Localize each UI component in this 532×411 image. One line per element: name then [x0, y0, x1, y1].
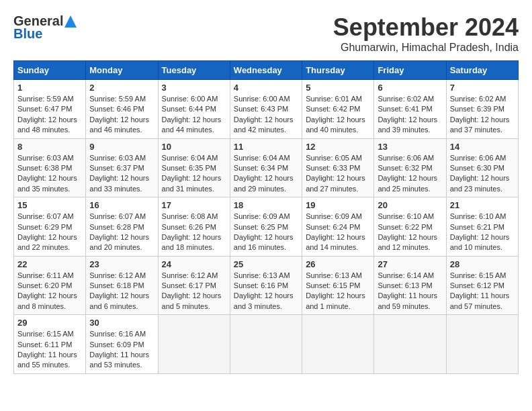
- daylight: Daylight: 12 hours and 46 minutes.: [89, 116, 149, 134]
- calendar-cell: [302, 315, 374, 374]
- sunrise: Sunrise: 6:08 AM: [162, 212, 218, 220]
- calendar-cell: 2Sunrise: 5:59 AMSunset: 6:46 PMDaylight…: [86, 80, 158, 139]
- day-number: 29: [17, 318, 82, 328]
- calendar-cell: 18Sunrise: 6:09 AMSunset: 6:25 PMDayligh…: [230, 197, 302, 257]
- sunset: Sunset: 6:12 PM: [450, 281, 504, 289]
- calendar-cell: 24Sunrise: 6:12 AMSunset: 6:17 PMDayligh…: [158, 256, 230, 315]
- calendar-cell: 28Sunrise: 6:15 AMSunset: 6:12 PMDayligh…: [446, 256, 518, 315]
- sunset: Sunset: 6:35 PM: [162, 164, 216, 172]
- calendar-cell: 29Sunrise: 6:15 AMSunset: 6:11 PMDayligh…: [14, 315, 86, 374]
- sunset: Sunset: 6:33 PM: [306, 164, 360, 172]
- sunrise: Sunrise: 6:15 AM: [17, 330, 74, 338]
- calendar-cell: 19Sunrise: 6:09 AMSunset: 6:24 PMDayligh…: [302, 197, 374, 257]
- calendar-cell: 20Sunrise: 6:10 AMSunset: 6:22 PMDayligh…: [374, 197, 446, 257]
- header-wednesday: Wednesday: [230, 61, 302, 80]
- sunset: Sunset: 6:47 PM: [17, 105, 72, 113]
- sunrise: Sunrise: 6:13 AM: [234, 271, 290, 279]
- day-number: 15: [17, 200, 82, 210]
- daylight: Daylight: 12 hours and 5 minutes.: [162, 291, 222, 310]
- calendar-cell: 9Sunrise: 6:03 AMSunset: 6:37 PMDaylight…: [86, 138, 158, 197]
- sunset: Sunset: 6:18 PM: [89, 281, 144, 289]
- sunset: Sunset: 6:16 PM: [234, 281, 288, 289]
- daylight: Daylight: 11 hours and 53 minutes.: [89, 351, 149, 369]
- sunset: Sunset: 6:41 PM: [378, 105, 432, 113]
- day-number: 16: [89, 200, 154, 210]
- daylight: Daylight: 12 hours and 8 minutes.: [17, 291, 77, 310]
- sunrise: Sunrise: 6:04 AM: [162, 154, 218, 162]
- calendar-cell: 17Sunrise: 6:08 AMSunset: 6:26 PMDayligh…: [158, 197, 230, 257]
- calendar-cell: 10Sunrise: 6:04 AMSunset: 6:35 PMDayligh…: [158, 138, 230, 197]
- daylight: Daylight: 12 hours and 29 minutes.: [234, 174, 294, 192]
- logo: General Blue: [13, 13, 78, 42]
- calendar-cell: 16Sunrise: 6:07 AMSunset: 6:28 PMDayligh…: [86, 197, 158, 257]
- sunset: Sunset: 6:30 PM: [450, 164, 504, 172]
- daylight: Daylight: 12 hours and 40 minutes.: [306, 116, 365, 134]
- sunset: Sunset: 6:42 PM: [306, 105, 360, 113]
- calendar-cell: 5Sunrise: 6:01 AMSunset: 6:42 PMDaylight…: [302, 80, 374, 139]
- daylight: Daylight: 12 hours and 20 minutes.: [89, 233, 149, 251]
- sunrise: Sunrise: 6:07 AM: [89, 212, 146, 220]
- sunset: Sunset: 6:21 PM: [450, 223, 504, 231]
- table-row: 22Sunrise: 6:11 AMSunset: 6:20 PMDayligh…: [14, 256, 519, 315]
- calendar-cell: 27Sunrise: 6:14 AMSunset: 6:13 PMDayligh…: [374, 256, 446, 315]
- day-number: 9: [89, 142, 154, 152]
- sunset: Sunset: 6:32 PM: [378, 164, 432, 172]
- day-number: 10: [162, 142, 226, 152]
- calendar-cell: [230, 315, 302, 374]
- daylight: Daylight: 12 hours and 42 minutes.: [234, 116, 294, 134]
- calendar-cell: [374, 315, 446, 374]
- daylight: Daylight: 12 hours and 27 minutes.: [306, 174, 365, 192]
- svg-marker-0: [64, 15, 77, 28]
- sunrise: Sunrise: 6:03 AM: [89, 154, 146, 162]
- day-number: 1: [17, 83, 82, 93]
- header-tuesday: Tuesday: [158, 61, 230, 80]
- day-number: 19: [306, 200, 370, 210]
- sunset: Sunset: 6:11 PM: [17, 340, 72, 349]
- day-number: 21: [450, 200, 515, 210]
- sunset: Sunset: 6:38 PM: [17, 164, 72, 172]
- calendar-cell: 13Sunrise: 6:06 AMSunset: 6:32 PMDayligh…: [374, 138, 446, 197]
- sunrise: Sunrise: 6:10 AM: [450, 212, 506, 220]
- daylight: Daylight: 12 hours and 23 minutes.: [450, 174, 510, 192]
- daylight: Daylight: 12 hours and 37 minutes.: [450, 116, 510, 134]
- sunset: Sunset: 6:29 PM: [17, 223, 72, 231]
- day-number: 3: [162, 83, 226, 93]
- sunset: Sunset: 6:44 PM: [162, 105, 216, 113]
- sunrise: Sunrise: 6:06 AM: [378, 154, 434, 162]
- sunrise: Sunrise: 5:59 AM: [89, 95, 146, 103]
- day-number: 24: [162, 259, 226, 269]
- calendar-cell: 4Sunrise: 6:00 AMSunset: 6:43 PMDaylight…: [230, 80, 302, 139]
- daylight: Daylight: 12 hours and 1 minute.: [306, 291, 365, 310]
- calendar-cell: 23Sunrise: 6:12 AMSunset: 6:18 PMDayligh…: [86, 256, 158, 315]
- sunset: Sunset: 6:15 PM: [306, 281, 360, 289]
- sunset: Sunset: 6:34 PM: [234, 164, 288, 172]
- sunrise: Sunrise: 6:00 AM: [162, 95, 218, 103]
- day-number: 7: [450, 83, 515, 93]
- calendar-cell: 21Sunrise: 6:10 AMSunset: 6:21 PMDayligh…: [446, 197, 518, 257]
- sunrise: Sunrise: 6:10 AM: [378, 212, 434, 220]
- header-row: Sunday Monday Tuesday Wednesday Thursday…: [14, 61, 519, 80]
- table-row: 29Sunrise: 6:15 AMSunset: 6:11 PMDayligh…: [14, 315, 519, 374]
- sunrise: Sunrise: 5:59 AM: [17, 95, 74, 103]
- sunset: Sunset: 6:22 PM: [378, 223, 432, 231]
- day-number: 13: [378, 142, 442, 152]
- calendar-cell: 12Sunrise: 6:05 AMSunset: 6:33 PMDayligh…: [302, 138, 374, 197]
- sunset: Sunset: 6:13 PM: [378, 281, 432, 289]
- day-number: 6: [378, 83, 442, 93]
- title-area: September 2024 Ghumarwin, Himachal Prade…: [333, 13, 519, 54]
- daylight: Daylight: 12 hours and 39 minutes.: [378, 116, 437, 134]
- table-row: 1Sunrise: 5:59 AMSunset: 6:47 PMDaylight…: [14, 80, 519, 139]
- day-number: 26: [306, 259, 370, 269]
- day-number: 11: [234, 142, 298, 152]
- calendar-cell: 1Sunrise: 5:59 AMSunset: 6:47 PMDaylight…: [14, 80, 86, 139]
- calendar-cell: 11Sunrise: 6:04 AMSunset: 6:34 PMDayligh…: [230, 138, 302, 197]
- header-friday: Friday: [374, 61, 446, 80]
- day-number: 8: [17, 142, 82, 152]
- sunset: Sunset: 6:46 PM: [89, 105, 144, 113]
- header-sunday: Sunday: [14, 61, 86, 80]
- sunset: Sunset: 6:39 PM: [450, 105, 504, 113]
- daylight: Daylight: 12 hours and 25 minutes.: [378, 174, 437, 192]
- daylight: Daylight: 11 hours and 57 minutes.: [450, 291, 510, 310]
- sunrise: Sunrise: 6:09 AM: [234, 212, 290, 220]
- sunrise: Sunrise: 6:11 AM: [17, 271, 74, 279]
